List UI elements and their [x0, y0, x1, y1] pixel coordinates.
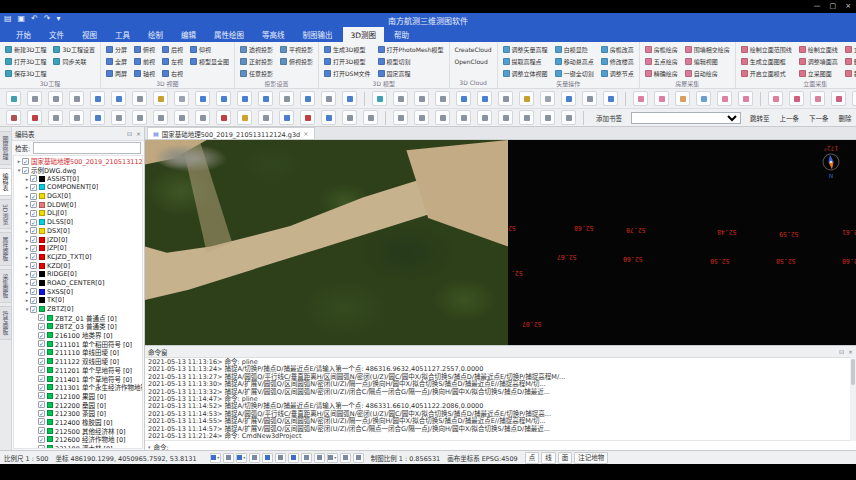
zoom-out-2-icon[interactable] [435, 91, 450, 106]
object-track-icon[interactable] [275, 453, 286, 463]
layer-checkbox[interactable]: ✓ [30, 227, 37, 234]
ribbon-button[interactable]: 平视投影 [280, 44, 313, 55]
ribbon-button[interactable]: 绘制立面线 [799, 44, 838, 55]
link-views-2-icon[interactable] [582, 91, 597, 106]
layer-checkbox[interactable]: ✓ [30, 279, 37, 286]
undo-view-icon[interactable] [153, 91, 168, 106]
tree-row[interactable]: ▸✓KCJZD_TXT[0] [14, 253, 142, 262]
tree-row[interactable]: ▸✓COMPONENT[0] [14, 183, 142, 192]
ribbon-tab-3[interactable]: 视图 [74, 27, 105, 42]
layer-checkbox[interactable]: ✓ [30, 262, 37, 269]
layer-checkbox[interactable]: ✓ [30, 210, 37, 217]
ribbon-tab-9[interactable]: 制图输出 [295, 27, 341, 42]
capture-icon[interactable] [340, 453, 351, 463]
layer-checkbox[interactable]: ✓ [38, 392, 45, 399]
document-tab[interactable]: ▤ 国家基础地理500_2019_210513112124.g3d × [147, 127, 315, 139]
measure-icon[interactable] [561, 110, 576, 125]
redo-icon[interactable]: ↷ [44, 14, 51, 23]
tree-row[interactable]: ▸✓DLJ[0] [14, 209, 142, 218]
layer-checkbox[interactable]: ✓ [22, 158, 29, 165]
new-project-icon[interactable]: ▤ [4, 14, 12, 23]
ribbon-button[interactable]: 同步关联 [53, 56, 94, 67]
ribbon-button[interactable]: 一键全切割 [555, 68, 594, 79]
layer-checkbox[interactable]: ✓ [38, 340, 45, 347]
spline-icon[interactable] [414, 110, 429, 125]
text-style-icon[interactable] [321, 110, 336, 125]
panel-tab-1[interactable]: 图层管理 [0, 131, 12, 165]
redo-view-2-icon[interactable] [540, 91, 555, 106]
ribbon-button[interactable]: 编辑视图 [685, 56, 730, 67]
fullscreen-view-icon[interactable] [111, 91, 126, 106]
refresh-2-icon[interactable] [372, 91, 387, 106]
camera-view-icon[interactable] [696, 91, 711, 106]
maximize-button[interactable]: ▢ [830, 1, 837, 11]
sketch-icon[interactable] [393, 110, 408, 125]
pan-right-icon[interactable] [216, 91, 231, 106]
layer-checkbox[interactable]: ✓ [30, 184, 37, 191]
ribbon-button[interactable]: 生成3D模型 [324, 44, 371, 55]
ribbon-button[interactable]: OpenCloud [455, 56, 492, 67]
ribbon-button[interactable]: 分屏 [106, 44, 127, 55]
search-input[interactable] [33, 142, 141, 154]
ribbon-button[interactable]: CreateCloud [455, 44, 492, 55]
ribbon-button[interactable]: 轴视 [134, 68, 155, 79]
layer-checkbox[interactable]: ✓ [38, 436, 45, 443]
ribbon-button[interactable]: 立采图面 [799, 68, 838, 79]
selection-cycle-icon[interactable]: ▾ [210, 453, 221, 463]
dynamic-input-icon[interactable] [288, 453, 299, 463]
panel-tab-4[interactable]: 属性面板 [0, 232, 12, 266]
ribbon-button[interactable]: 前视 [134, 56, 155, 67]
parallel-lines-icon[interactable] [174, 110, 189, 125]
snap-perp-icon[interactable] [90, 110, 105, 125]
viewport-5-icon[interactable] [603, 91, 618, 106]
status-toggle-4[interactable]: 注记地物 [574, 452, 608, 464]
ribbon-button[interactable]: 新建3D工程 [5, 44, 46, 55]
ribbon-button[interactable]: 精确绘房 [645, 68, 678, 79]
ribbon-button[interactable]: 白模显隐 [555, 44, 594, 55]
tree-row[interactable]: ▸✓JZP[0] [14, 244, 142, 253]
panel-tab-3[interactable]: 3D浏览 [0, 199, 12, 229]
ribbon-tab-8[interactable]: 等高线 [254, 27, 293, 42]
ribbon-button[interactable]: 提取高程点 [503, 56, 548, 67]
ribbon-button[interactable]: 保存3D工程 [5, 68, 46, 79]
bookmark-prev-button[interactable]: 上一条 [776, 112, 804, 124]
pick-point-icon[interactable] [237, 91, 252, 106]
fit-extents-icon[interactable] [27, 91, 42, 106]
ribbon-tab-5[interactable]: 绘制 [140, 27, 171, 42]
refresh-icon[interactable] [6, 91, 21, 106]
layer-checkbox[interactable]: ✓ [38, 349, 45, 356]
status-toggle-2[interactable]: 线 [541, 452, 556, 464]
snap-settings-icon[interactable] [223, 453, 234, 463]
layer-checkbox[interactable]: ✓ [30, 271, 37, 278]
close-button[interactable]: × [845, 1, 851, 11]
ribbon-button[interactable]: 3D工程设置 [53, 44, 94, 55]
bookmark-next-button[interactable]: 下一条 [805, 112, 833, 124]
layer-checkbox[interactable]: ✓ [30, 219, 37, 226]
doc-alert-icon[interactable] [216, 110, 231, 125]
ribbon-button[interactable]: 后视 [162, 44, 183, 55]
ribbon-button[interactable]: 左视 [162, 56, 183, 67]
tree-row[interactable]: ▸✓SXSS[0] [14, 287, 142, 296]
ribbon-button[interactable]: 俯视投影 [280, 56, 313, 67]
ribbon-button[interactable]: 固定高程 [378, 68, 444, 79]
curve-icon[interactable] [456, 110, 471, 125]
layer-checkbox[interactable]: ✓ [30, 288, 37, 295]
layer-checkbox[interactable]: ✓ [38, 401, 45, 408]
circle-draw-icon[interactable] [498, 110, 513, 125]
ribbon-tab-11[interactable]: 帮助 [386, 27, 417, 42]
facade-frame-icon[interactable] [789, 91, 804, 106]
arc-draw-icon[interactable] [435, 110, 450, 125]
zoom-in-2-icon[interactable] [414, 91, 429, 106]
ribbon-button[interactable]: 立面检查 [845, 44, 856, 55]
ribbon-button[interactable]: 俯视 [134, 44, 155, 55]
ribbon-button[interactable]: 两屏 [106, 68, 127, 79]
zoom-out-icon[interactable] [69, 91, 84, 106]
snap-point-icon[interactable] [27, 110, 42, 125]
snap-grid-icon[interactable] [111, 110, 126, 125]
layer-checkbox[interactable]: ✓ [30, 236, 37, 243]
zoom-in-icon[interactable] [48, 91, 63, 106]
layer-checkbox[interactable]: ✓ [38, 314, 45, 321]
link-views-icon[interactable] [300, 91, 315, 106]
layer-checkbox[interactable]: ✓ [30, 193, 37, 200]
tree-row[interactable]: ▾✓示例DWG.dwg [14, 166, 142, 175]
